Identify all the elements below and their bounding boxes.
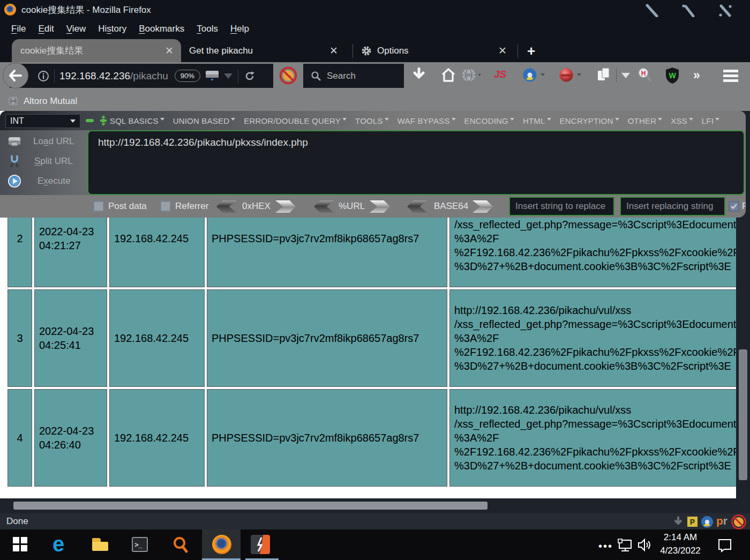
menu-bookmarks[interactable]: Bookmarks	[133, 20, 190, 38]
status-text: Done	[6, 516, 28, 527]
divider	[616, 69, 617, 81]
cookie-blocked-icon[interactable]	[279, 66, 297, 85]
menu-tools[interactable]: TOOLS	[355, 116, 389, 125]
tab-close-icon[interactable]: ✕	[165, 44, 174, 57]
horizontal-scrollbar-thumb[interactable]	[13, 502, 488, 510]
firefox-logo-icon	[4, 4, 16, 16]
info-icon[interactable]	[38, 70, 49, 82]
back-button[interactable]	[3, 63, 28, 88]
tray-clock[interactable]: 2:14 AM 4/23/2022	[656, 531, 704, 557]
burp-icon[interactable]	[251, 535, 270, 554]
url-decode-arrow[interactable]	[314, 200, 334, 213]
volume-icon[interactable]	[638, 538, 652, 552]
menu-history[interactable]: History	[92, 20, 132, 38]
replace-label: R	[742, 201, 746, 212]
hackbar-url-textarea[interactable]: http://192.168.42.236/pikachu/pkxss/inde…	[87, 130, 745, 195]
search-box[interactable]: Search	[303, 64, 404, 88]
reader-device-icon[interactable]	[205, 70, 220, 83]
zoom-level-badge[interactable]: 90%	[175, 70, 200, 82]
copy-pages-icon[interactable]	[596, 66, 612, 84]
cell-url: http://192.168.42.236/pikachu/vul/xss /x…	[449, 289, 736, 387]
status-blocked-icon[interactable]	[731, 514, 747, 530]
execute-icon	[8, 174, 21, 188]
red-orb-icon[interactable]	[559, 68, 584, 83]
post-data-checkbox[interactable]	[93, 201, 104, 212]
js-toggle-icon[interactable]: JS	[494, 69, 506, 80]
execute-button[interactable]: Execute	[0, 172, 87, 190]
menu-other[interactable]: OTHER	[628, 116, 663, 125]
status-pr-icon[interactable]: pr	[716, 514, 728, 527]
start-button[interactable]	[13, 537, 27, 551]
taskbar-search-icon[interactable]	[171, 536, 190, 554]
tab-close-icon[interactable]: ✕	[498, 44, 507, 57]
wappalyzer-shield-icon[interactable]: W	[664, 66, 680, 85]
menu-html[interactable]: HTML	[523, 116, 551, 125]
referrer-checkbox[interactable]	[160, 201, 171, 212]
menu-lfi[interactable]: LFI	[702, 116, 719, 125]
cell-row-id: 3	[8, 289, 32, 387]
split-url-button[interactable]: Split URL	[0, 152, 87, 170]
table-row: 3 2022-04-2304:25:41 192.168.42.245 PHPS…	[8, 289, 736, 387]
hex-encode-arrow[interactable]	[275, 200, 296, 213]
status-proxy-icon[interactable]	[701, 516, 714, 528]
base64-encode-arrow[interactable]	[472, 200, 493, 213]
search-icon	[311, 71, 321, 81]
overflow-chevrons-icon[interactable]: »	[693, 68, 700, 83]
tray-overflow-icon[interactable]: •••	[598, 540, 613, 552]
file-explorer-icon[interactable]	[92, 538, 108, 551]
chevron-down-icon	[70, 120, 76, 123]
notification-icon[interactable]	[717, 537, 733, 552]
reload-icon[interactable]	[244, 70, 256, 82]
edge-icon[interactable]: e	[52, 532, 64, 556]
chevron-down-icon[interactable]	[621, 73, 630, 78]
menu-view[interactable]: View	[61, 20, 92, 38]
menu-tools[interactable]: Tools	[191, 20, 224, 38]
menu-waf-bypass[interactable]: WAF BYPASS	[398, 116, 456, 125]
expand-icon[interactable]	[99, 115, 108, 126]
hackbar-search-icon[interactable]: H	[636, 66, 654, 84]
tab-close-icon[interactable]: ✕	[329, 44, 338, 57]
menu-error-double-query[interactable]: ERROR/DOUBLE QUERY	[244, 116, 347, 125]
collapse-icon[interactable]	[86, 119, 94, 122]
vertical-scrollbar-thumb[interactable]	[739, 349, 747, 480]
base64-decode-arrow[interactable]	[407, 200, 428, 213]
cell-ip: 192.168.42.245	[109, 289, 205, 387]
menu-union-based[interactable]: UNION BASED	[173, 116, 236, 125]
firefox-icon[interactable]	[212, 535, 231, 554]
cell-url: http://192.168.42.236/pikachu/vul/xss /x…	[449, 389, 736, 487]
tab-cookie-results[interactable]: cookie搜集结果 ✕	[12, 39, 181, 62]
menu-encryption[interactable]: ENCRYPTION	[560, 116, 619, 125]
hackbar-menu-row: INT SQL BASICS UNION BASED ERROR/DOUBLE …	[0, 111, 746, 130]
menu-edit[interactable]: Edit	[32, 20, 59, 38]
url-bar[interactable]: 192.168.42.236/pikachu 90%	[10, 64, 273, 88]
hackbar-type-select[interactable]: INT	[5, 114, 80, 128]
menu-xss[interactable]: XSS	[671, 116, 693, 125]
menu-encoding[interactable]: ENCODING	[464, 116, 514, 125]
replacing-string-input[interactable]	[620, 197, 725, 216]
home-icon[interactable]	[440, 67, 456, 83]
terminal-icon[interactable]: >_	[132, 537, 148, 552]
load-url-button[interactable]: Load URL	[0, 132, 87, 151]
status-p-icon[interactable]: P	[687, 517, 698, 527]
hex-decode-arrow[interactable]	[216, 200, 237, 213]
tab-get-the-pikachu[interactable]: Get the pikachu ✕	[185, 39, 346, 62]
url-encode-arrow[interactable]	[370, 200, 390, 213]
chevron-down-icon[interactable]	[224, 73, 232, 79]
url-host: 192.168.42.236	[59, 70, 130, 82]
menu-help[interactable]: Help	[224, 20, 255, 38]
status-download-icon[interactable]	[672, 516, 684, 528]
download-icon[interactable]	[411, 68, 426, 84]
gear-icon	[361, 46, 372, 56]
tab-options[interactable]: Options ✕	[356, 39, 514, 62]
hamburger-menu-icon[interactable]	[723, 70, 738, 82]
network-icon[interactable]	[617, 538, 633, 552]
replace-checkbox[interactable]	[729, 201, 739, 212]
menu-sql-basics[interactable]: SQL BASICS	[110, 116, 164, 125]
menu-file[interactable]: File	[5, 20, 32, 38]
new-tab-button[interactable]: +	[527, 43, 535, 59]
back-arrow-icon	[10, 71, 21, 80]
replace-string-input[interactable]	[509, 197, 614, 216]
bookmark-altoro-mutual[interactable]: Altoro Mutual	[24, 96, 77, 107]
proxy-globe-icon[interactable]	[462, 68, 482, 83]
proxy-switch-icon[interactable]	[522, 68, 546, 83]
